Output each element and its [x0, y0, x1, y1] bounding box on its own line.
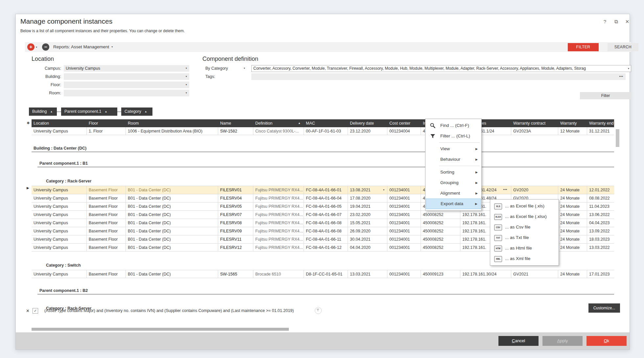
table-cell[interactable]: Basement Floor [87, 194, 126, 202]
chevron-down-icon[interactable]: ▾ [383, 186, 384, 194]
menu-item-alignment[interactable]: Alignment▶ [426, 188, 481, 199]
table-cell[interactable]: 001234001 [387, 270, 421, 278]
table-cell[interactable]: FILESRV01 [218, 186, 253, 194]
table-cell[interactable]: 12.01.2022 [587, 186, 614, 194]
table-cell[interactable]: University Campus [32, 203, 87, 210]
table-cell[interactable]: Fujitsu PRIMERGY RX4... [253, 235, 304, 243]
table-cell[interactable]: FC-08-4A-01-66-04 [304, 194, 348, 202]
table-cell[interactable]: Basement Floor [87, 211, 126, 219]
table-cell[interactable]: GV2020 [511, 186, 558, 194]
cancel-button[interactable]: Cancel [498, 336, 539, 346]
table-cell[interactable]: Cisco Catalyst 9300L-... [253, 127, 304, 135]
table-row[interactable]: University CampusBasement FloorB01 - Dat… [32, 186, 614, 194]
table-cell[interactable]: 19.04.2021 [348, 203, 387, 210]
search-toggle-button[interactable]: SEARCH [608, 43, 638, 51]
table-cell[interactable]: FC-08-4A-01-66-11 [304, 235, 348, 243]
restore-window-icon[interactable]: ⧉ [612, 18, 620, 25]
table-cell[interactable]: 00-AF-1F-01-61-03 [304, 127, 348, 135]
table-cell[interactable]: FILESRV12 [218, 244, 253, 251]
group-chip-building[interactable]: Building▲ [29, 107, 57, 116]
table-cell[interactable]: FILESRV05 [218, 203, 253, 210]
by-category-dropdown[interactable]: By Category▾ [205, 66, 245, 71]
table-cell[interactable]: 04.04.2023 [587, 219, 614, 227]
table-cell[interactable]: 24 Monate [558, 244, 587, 251]
ellipsis-button-icon[interactable]: ⋯ [503, 186, 508, 193]
column-header-Warranty contract[interactable]: Warranty contract [511, 119, 558, 127]
table-cell[interactable]: 001234001 [387, 194, 421, 202]
apply-button[interactable]: Apply [542, 336, 583, 346]
table-cell[interactable]: B01 - Data Center (DC) [126, 270, 218, 278]
table-cell[interactable]: FC-08-4A-01-66-07 [304, 211, 348, 219]
column-header-Warranty[interactable]: Warranty [558, 119, 587, 127]
column-header-Warranty end[interactable]: Warranty end [587, 119, 614, 127]
table-cell[interactable]: Brocade 6510 [253, 270, 304, 278]
table-cell[interactable]: Fujitsu PRIMERGY RX4... [253, 227, 304, 235]
table-cell[interactable]: 450008252 [421, 235, 460, 243]
table-cell[interactable]: SW-1582 [218, 127, 253, 135]
table-cell[interactable]: 001234001 [387, 227, 421, 235]
table-cell[interactable]: Basement Floor [87, 235, 126, 243]
column-header-Name[interactable]: Name [218, 119, 253, 127]
table-cell[interactable]: B01 - Data Center (DC) [126, 211, 218, 219]
table-cell[interactable]: 450008252 [421, 211, 460, 219]
table-cell[interactable]: 24 Monate [558, 186, 587, 194]
table-cell[interactable]: FC-08-4A-01-66-08 [304, 219, 348, 227]
submenu-item-txt[interactable]: TXT... as Txt file [491, 232, 558, 243]
more-icon[interactable]: ⋯ [619, 73, 624, 80]
table-cell[interactable]: 08.08.2022 [587, 194, 614, 202]
location-field-building[interactable]: ▾ [64, 73, 189, 80]
add-dropdown-icon[interactable]: ▾ [36, 46, 37, 49]
column-header-Cost center[interactable]: Cost center [387, 119, 421, 127]
table-cell[interactable]: 001234001 [387, 219, 421, 227]
table-cell[interactable]: FC-08-4A-01-66-12 [304, 244, 348, 251]
group-chip-category[interactable]: Category▲ [121, 107, 152, 116]
column-header-Location[interactable]: Location [32, 119, 87, 127]
menu-item-sorting[interactable]: Sorting▶ [426, 167, 481, 178]
table-cell[interactable]: 13.08.2021▾ [348, 186, 387, 194]
submenu-item-xml[interactable]: XML... as Xml file [491, 253, 558, 264]
table-cell[interactable]: B01 - Data Center (DC) [126, 186, 218, 194]
ok-button[interactable]: Ok [586, 336, 627, 346]
table-cell[interactable]: 24 Monate [558, 211, 587, 219]
column-header-Floor[interactable]: Floor [87, 119, 126, 127]
table-cell[interactable]: 1. Floor [87, 127, 126, 135]
horizontal-scrollbar[interactable] [32, 328, 289, 331]
table-cell[interactable]: 24 Monate [558, 203, 587, 210]
table-cell[interactable]: 17.08.2020 [348, 194, 387, 202]
menu-item-export-data[interactable]: Export data▶ [426, 199, 481, 209]
column-header-Definition[interactable]: Definition▲ [253, 119, 304, 127]
menu-item-filter-ctrl-l[interactable]: Filter ... (Ctrl-L) [426, 131, 481, 141]
column-header-Delivery date[interactable]: Delivery date [348, 119, 387, 127]
table-cell[interactable]: Fujitsu PRIMERGY RX4... [253, 186, 304, 194]
table-cell[interactable]: 24 Monate [558, 219, 587, 227]
table-cell[interactable]: GV2021 [511, 270, 558, 278]
table-cell[interactable]: University Campus [32, 270, 87, 278]
table-cell[interactable]: 24 Monate [558, 270, 587, 278]
table-cell[interactable]: 001234001 [387, 244, 421, 251]
table-cell[interactable]: B01 - Data Center (DC) [126, 244, 218, 251]
table-cell[interactable]: FILESRV04 [218, 194, 253, 202]
table-row[interactable]: University CampusBasement FloorB01 - Dat… [32, 270, 614, 278]
table-cell[interactable]: 12 Monate [558, 127, 587, 135]
table-cell[interactable]: University Campus [32, 235, 87, 243]
table-cell[interactable]: University Campus [32, 127, 87, 135]
table-cell[interactable]: FILESRV08 [218, 219, 253, 227]
table-cell[interactable]: 18.03.2023 [587, 235, 614, 243]
menu-item-find-ctrl-f[interactable]: Find ... (Ctrl-F) [426, 120, 481, 131]
table-cell[interactable]: Basement Floor [87, 219, 126, 227]
table-cell[interactable]: 192.178.161.30/24 [460, 270, 511, 278]
submenu-item-xlsx[interactable]: XLSX... as Excel file (.xlsx) [491, 211, 558, 222]
column-header-MAC[interactable]: MAC [304, 119, 348, 127]
table-cell[interactable]: 13.06.2022 [587, 211, 614, 219]
customize-button[interactable]: Customize... [588, 303, 620, 313]
table-cell[interactable]: University Campus [32, 244, 87, 251]
submenu-item-xls[interactable]: XLS... as Excel file (.xls) [491, 201, 558, 211]
table-cell[interactable]: 450009123 [421, 270, 460, 278]
table-cell[interactable]: Fujitsu PRIMERGY RX4... [253, 244, 304, 251]
filter-toggle-button[interactable]: FILTER [568, 43, 599, 51]
table-cell[interactable]: 450008252 [421, 219, 460, 227]
help-icon[interactable]: ? [601, 18, 609, 25]
tags-field[interactable]: ⋯ [251, 73, 626, 80]
table-cell[interactable]: Basement Floor [87, 186, 126, 194]
table-cell[interactable]: 04.04.2020 [348, 244, 387, 251]
